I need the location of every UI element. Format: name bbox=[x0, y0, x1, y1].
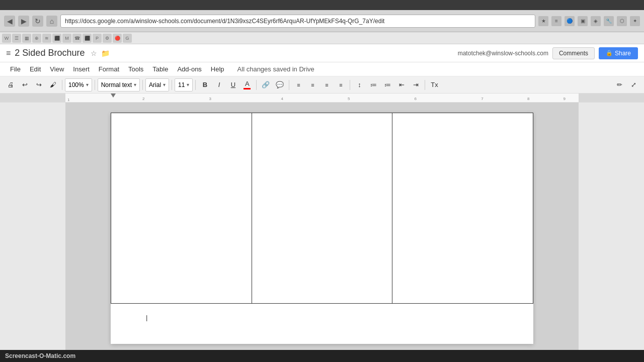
document-area[interactable]: | bbox=[65, 103, 579, 350]
formatting-toolbar: 🖨 ↩ ↪ 🖌 100% ▾ Normal text ▾ Arial ▾ 11 … bbox=[0, 76, 644, 94]
save-status: All changes saved in Drive bbox=[237, 65, 314, 73]
share-button[interactable]: 🔒 Share bbox=[599, 47, 638, 59]
style-arrow: ▾ bbox=[134, 82, 136, 87]
ext-icon-10: P bbox=[93, 34, 102, 43]
docs-header: ≡ 2 Sided Brochure ☆ 📁 matotchek@winslow… bbox=[0, 44, 644, 62]
bottom-bar: Screencast-O-Matic.com bbox=[0, 350, 644, 362]
ext-icon-7: M bbox=[62, 34, 71, 43]
main-area: | bbox=[0, 103, 644, 350]
browser-menu-icon[interactable]: ≡ bbox=[551, 16, 561, 26]
ext-icon-13: G bbox=[123, 34, 132, 43]
table-cell-1[interactable] bbox=[111, 113, 252, 304]
url-text: https://docs.google.com/a/winslow-school… bbox=[65, 18, 384, 25]
menu-insert[interactable]: Insert bbox=[69, 64, 94, 74]
font-arrow: ▾ bbox=[163, 82, 166, 87]
table-row bbox=[111, 113, 533, 304]
separator-2 bbox=[95, 80, 95, 90]
browser-icon-6: ✦ bbox=[630, 16, 640, 26]
right-sidebar bbox=[579, 103, 644, 350]
ext-icon-6: ⬛ bbox=[52, 34, 61, 43]
share-label: Share bbox=[615, 50, 631, 57]
table-cell-3[interactable] bbox=[392, 113, 533, 304]
italic-button[interactable]: I bbox=[212, 78, 225, 92]
browser-chrome-top bbox=[0, 0, 644, 10]
ext-icon-4: ⊕ bbox=[32, 34, 41, 43]
align-right-button[interactable]: ≡ bbox=[320, 78, 333, 92]
font-dropdown[interactable]: Arial ▾ bbox=[145, 78, 169, 92]
unordered-list-button[interactable]: ≔ bbox=[381, 78, 394, 92]
style-value: Normal text bbox=[101, 81, 132, 88]
address-bar[interactable]: https://docs.google.com/a/winslow-school… bbox=[60, 15, 535, 28]
size-value: 11 bbox=[178, 81, 185, 88]
ext-icon-1: W bbox=[2, 34, 11, 43]
menu-help[interactable]: Help bbox=[207, 64, 228, 74]
menu-tools[interactable]: Tools bbox=[124, 64, 147, 74]
comment-button[interactable]: 💬 bbox=[273, 78, 286, 92]
align-center-button[interactable]: ≡ bbox=[306, 78, 319, 92]
browser-icon-4: 🔧 bbox=[604, 16, 614, 26]
paint-format-button[interactable]: 🖌 bbox=[46, 78, 59, 92]
menu-table[interactable]: Table bbox=[148, 64, 172, 74]
bold-button[interactable]: B bbox=[198, 78, 211, 92]
home-button[interactable]: ⌂ bbox=[46, 16, 57, 27]
decrease-indent-button[interactable]: ⇤ bbox=[395, 78, 408, 92]
doc-title[interactable]: 2 Sided Brochure bbox=[15, 48, 85, 58]
reload-button[interactable]: ↻ bbox=[32, 16, 43, 27]
menu-view[interactable]: View bbox=[46, 64, 68, 74]
print-button[interactable]: 🖨 bbox=[4, 78, 17, 92]
clear-format-button[interactable]: Tx bbox=[428, 78, 441, 92]
forward-button[interactable]: ▶ bbox=[18, 16, 29, 27]
separator-6 bbox=[256, 80, 257, 90]
underline-button[interactable]: U bbox=[226, 78, 239, 92]
separator-8 bbox=[350, 80, 350, 90]
separator-7 bbox=[289, 80, 289, 90]
docs-nav-icon[interactable]: ≡ bbox=[6, 49, 11, 58]
browser-icon-1: 🔵 bbox=[565, 16, 575, 26]
ext-icon-11: ⚙ bbox=[103, 34, 112, 43]
ext-icon-12: 🔴 bbox=[113, 34, 122, 43]
zoom-value: 100% bbox=[68, 81, 84, 88]
page-below-table[interactable]: | bbox=[111, 304, 533, 344]
ext-icon-5: ≋ bbox=[42, 34, 51, 43]
screencast-label: Screencast-O-Matic.com bbox=[5, 352, 75, 359]
expand-icon[interactable]: ⤢ bbox=[627, 78, 640, 92]
separator-3 bbox=[142, 80, 143, 90]
page-table bbox=[111, 113, 533, 304]
text-color-indicator: A bbox=[244, 80, 251, 89]
align-left-button[interactable]: ≡ bbox=[292, 78, 305, 92]
pencil-icon[interactable]: ✏ bbox=[613, 78, 626, 92]
increase-indent-button[interactable]: ⇥ bbox=[409, 78, 422, 92]
link-button[interactable]: 🔗 bbox=[259, 78, 272, 92]
size-arrow: ▾ bbox=[187, 82, 189, 87]
zoom-arrow: ▾ bbox=[86, 82, 89, 87]
redo-button[interactable]: ↪ bbox=[32, 78, 45, 92]
browser-icon-2: ▣ bbox=[578, 16, 588, 26]
menu-format[interactable]: Format bbox=[95, 64, 123, 74]
menu-edit[interactable]: Edit bbox=[26, 64, 45, 74]
ordered-list-button[interactable]: ≔ bbox=[367, 78, 380, 92]
star-icon[interactable]: ☆ bbox=[91, 49, 97, 57]
zoom-dropdown[interactable]: 100% ▾ bbox=[65, 78, 92, 92]
line-spacing-button[interactable]: ↕ bbox=[353, 78, 366, 92]
menu-file[interactable]: File bbox=[6, 64, 25, 74]
align-justify-button[interactable]: ≡ bbox=[334, 78, 347, 92]
separator-4 bbox=[172, 80, 172, 90]
size-dropdown[interactable]: 11 ▾ bbox=[175, 78, 193, 92]
undo-button[interactable]: ↩ bbox=[18, 78, 31, 92]
lock-icon: 🔒 bbox=[606, 50, 613, 56]
document-page[interactable]: | bbox=[111, 113, 533, 344]
ext-icon-9: ⬛ bbox=[83, 34, 92, 43]
menu-bar: File Edit View Insert Format Tools Table… bbox=[0, 62, 644, 76]
folder-icon[interactable]: 📁 bbox=[101, 49, 110, 57]
back-button[interactable]: ◀ bbox=[4, 16, 15, 27]
ext-icon-3: ▦ bbox=[22, 34, 31, 43]
menu-addons[interactable]: Add-ons bbox=[173, 64, 205, 74]
text-color-button[interactable]: A bbox=[240, 78, 254, 92]
separator-1 bbox=[62, 80, 62, 90]
user-email: matotchek@winslow-schools.com bbox=[458, 50, 548, 57]
comments-button[interactable]: Comments bbox=[552, 47, 595, 59]
table-cell-2[interactable] bbox=[252, 113, 392, 304]
bookmark-icon[interactable]: ★ bbox=[538, 16, 548, 26]
browser-icon-3: ◈ bbox=[591, 16, 601, 26]
style-dropdown[interactable]: Normal text ▾ bbox=[98, 78, 140, 92]
